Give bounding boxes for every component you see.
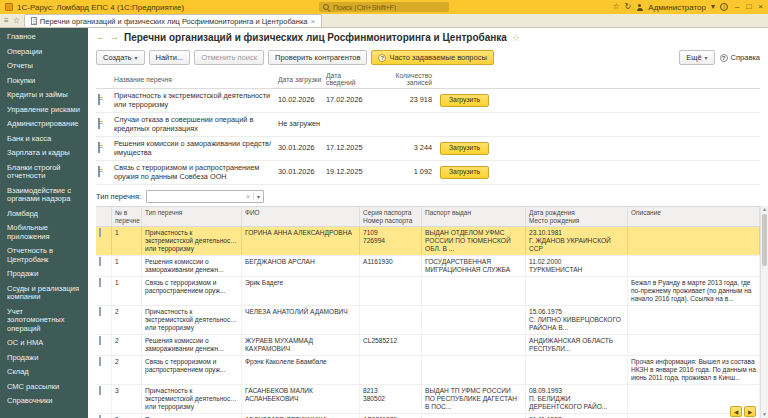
sidebar-item-отчетность-в-центробанк[interactable]: Отчетность в Центробанк xyxy=(0,244,88,267)
sidebar-item-учет-золотомонетных-операций[interactable]: Учет золотомонетных операций xyxy=(0,305,88,337)
load-button[interactable]: Загрузить xyxy=(440,166,489,180)
sidebar-item-покупки[interactable]: Покупки xyxy=(0,74,88,89)
sidebar-item-склад[interactable]: Склад xyxy=(0,365,88,380)
list-name[interactable]: Случаи отказа в совершении операций в кр… xyxy=(112,113,276,136)
nav-forward-icon[interactable]: → xyxy=(110,33,119,42)
scrollbar-thumb[interactable] xyxy=(762,214,767,266)
maximize-window-icon[interactable]: □ xyxy=(746,3,751,11)
grid-header-issued[interactable]: Паспорт выдан xyxy=(422,207,526,226)
lists-header-load-date[interactable]: Дата загрузки xyxy=(276,74,324,85)
user-menu-chevron-icon[interactable]: ▾ xyxy=(711,3,715,11)
sidebar-item-взаимодействие-с-органами-надзора[interactable]: Взаимодействие с органами надзора xyxy=(0,184,88,207)
favorites-star-icon[interactable]: ☆ xyxy=(612,3,619,11)
table-row[interactable]: 1Связь с терроризмом и распространением … xyxy=(96,277,760,306)
sidebar-item-бланки-строгой-отчетности[interactable]: Бланки строгой отчетности xyxy=(0,161,88,184)
cell-num: 2 xyxy=(112,356,142,384)
about-info-icon[interactable]: i xyxy=(720,3,728,11)
next-page-button[interactable]: ▶ xyxy=(744,406,756,417)
passport-series: 7109 xyxy=(363,229,418,237)
lists-header-name[interactable]: Название перечня xyxy=(112,74,276,85)
tabbar-star-icon[interactable]: ☆ xyxy=(13,17,20,25)
nav-back-icon[interactable]: ← xyxy=(96,33,105,42)
grid-header-num[interactable]: № в перечне xyxy=(112,207,142,226)
faq-button[interactable]: ? Часто задаваемые вопросы xyxy=(371,50,493,65)
grid-header-fio[interactable]: ФИО xyxy=(242,207,360,226)
sidebar-item-мобильные-приложения[interactable]: Мобильные приложения xyxy=(0,221,88,244)
close-window-icon[interactable]: × xyxy=(758,3,763,11)
check-counterparties-button[interactable]: Проверить контрагентов xyxy=(268,50,367,65)
combo-dropdown-icon[interactable]: ▾ xyxy=(254,193,263,200)
load-button[interactable]: Загрузить xyxy=(440,142,489,156)
question-icon: ? xyxy=(378,54,386,62)
add-favorite-star-icon[interactable]: ☆ xyxy=(512,33,520,43)
scroll-down-icon[interactable]: ▼ xyxy=(761,411,768,418)
cell-issued xyxy=(422,356,526,384)
sidebar-item-банк-и-касса[interactable]: Банк и касса xyxy=(0,132,88,147)
row-icon-cell xyxy=(96,256,112,276)
global-search-input[interactable]: Поиск (Ctrl+Shift+F) xyxy=(319,2,449,12)
more-button[interactable]: Ещё ▾ xyxy=(679,50,714,65)
load-button[interactable]: Загрузить xyxy=(440,94,489,108)
sections-menu-icon[interactable]: ≡ xyxy=(4,17,9,25)
sidebar-item-продажи[interactable]: Продажи xyxy=(0,267,88,282)
prev-page-button[interactable]: ◀ xyxy=(730,406,742,417)
table-row[interactable]: 1Решения комиссии о замораживании денежн… xyxy=(96,256,760,277)
table-scrollbar[interactable]: ▲ ▼ xyxy=(760,206,768,418)
lists-header-records[interactable]: Количество записей xyxy=(372,70,434,88)
help-button[interactable]: ? Справка xyxy=(720,53,760,62)
cell-description xyxy=(628,306,760,334)
birth-date: 15.06.1975 xyxy=(529,308,624,316)
tab-perechni[interactable]: Перечни организаций и физических лиц Рос… xyxy=(24,14,322,27)
table-row[interactable]: 1Причастность к экстремистской деятельно… xyxy=(96,227,760,256)
sidebar-item-ос-и-нма[interactable]: ОС и НМА xyxy=(0,336,88,351)
minimize-window-icon[interactable]: – xyxy=(735,3,739,11)
cancel-search-button[interactable]: Отменить поиск xyxy=(194,50,264,65)
cell-birth xyxy=(526,277,628,305)
sidebar-item-зарплата-и-кадры[interactable]: Зарплата и кадры xyxy=(0,146,88,161)
tab-close-icon[interactable]: × xyxy=(311,17,316,26)
sidebar-item-управление-рисками[interactable]: Управление рисками xyxy=(0,103,88,118)
create-button-label: Создать xyxy=(103,53,132,62)
list-name[interactable]: Связь с терроризмом и распространением о… xyxy=(112,161,276,184)
lists-header-info-date[interactable]: Дата сведений xyxy=(324,70,372,88)
table-row[interactable]: 2Причастность к экстремистской деятельно… xyxy=(96,306,760,335)
list-name[interactable]: Решения комиссии о замораживании средств… xyxy=(112,137,276,160)
grid-header-passport[interactable]: Серия паспорта Номер паспорта xyxy=(360,207,422,226)
grid-header-birth[interactable]: Дата рождения Место рождения xyxy=(526,207,628,226)
cell-birth: 11.02.2000ТУРКМЕНИСТАН xyxy=(526,256,628,276)
sidebar-item-ломбард[interactable]: Ломбард xyxy=(0,207,88,222)
list-row[interactable]: Связь с терроризмом и распространением о… xyxy=(96,161,760,185)
open-windows-tabbar: ≡ ☆ Перечни организаций и физических лиц… xyxy=(0,14,768,28)
find-button[interactable]: Найти... xyxy=(149,50,191,65)
passport-number: 726994 xyxy=(363,237,418,245)
sidebar-item-операции[interactable]: Операции xyxy=(0,45,88,60)
list-type-filter-combobox[interactable]: × ▾ xyxy=(146,190,264,203)
sidebar-item-отчеты[interactable]: Отчеты xyxy=(0,59,88,74)
grid-header-description[interactable]: Описание xyxy=(628,207,760,226)
sidebar-item-кредиты-и-займы[interactable]: Кредиты и займы xyxy=(0,88,88,103)
table-row[interactable]: 3Решения комиссии о замораживании денежн… xyxy=(96,414,760,418)
list-row[interactable]: Случаи отказа в совершении операций в кр… xyxy=(96,113,760,137)
sidebar-item-смс-рассылки[interactable]: СМС рассылки xyxy=(0,380,88,395)
list-name[interactable]: Причастность к экстремистской деятельнос… xyxy=(112,89,276,112)
row-icon-cell xyxy=(96,277,112,305)
scroll-up-icon[interactable]: ▲ xyxy=(761,206,768,213)
table-row[interactable]: 2Связь с терроризмом и распространением … xyxy=(96,356,760,385)
list-row[interactable]: Причастность к экстремистской деятельнос… xyxy=(96,89,760,113)
sidebar-item-администрирование[interactable]: Администрирование xyxy=(0,117,88,132)
sidebar-item-продажи[interactable]: Продажи xyxy=(0,351,88,366)
sidebar-item-главное[interactable]: Главное xyxy=(0,30,88,45)
list-row[interactable]: Решения комиссии о замораживании средств… xyxy=(96,137,760,161)
create-button[interactable]: Создать ▾ xyxy=(96,50,145,65)
table-row[interactable]: 3Причастность к экстремистской деятельно… xyxy=(96,385,760,414)
sidebar-item-справочники[interactable]: Справочники xyxy=(0,394,88,409)
history-icon[interactable]: ↻ xyxy=(625,3,632,11)
grid-header-type[interactable]: Тип перечня xyxy=(142,207,242,226)
cell-passport: CL2585212 xyxy=(360,335,422,355)
clear-filter-icon[interactable]: × xyxy=(243,193,254,200)
current-user[interactable]: Администратор xyxy=(648,3,706,12)
sidebar-item-ссуды-и-реализация-компании[interactable]: Ссуды и реализация компании xyxy=(0,282,88,305)
app-window: 1С-Рарус: Ломбард ЕПС 4 (1С:Предприятие)… xyxy=(0,0,768,418)
person-record-icon xyxy=(99,228,101,237)
table-row[interactable]: 2Решения комиссии о замораживании денежн… xyxy=(96,335,760,356)
